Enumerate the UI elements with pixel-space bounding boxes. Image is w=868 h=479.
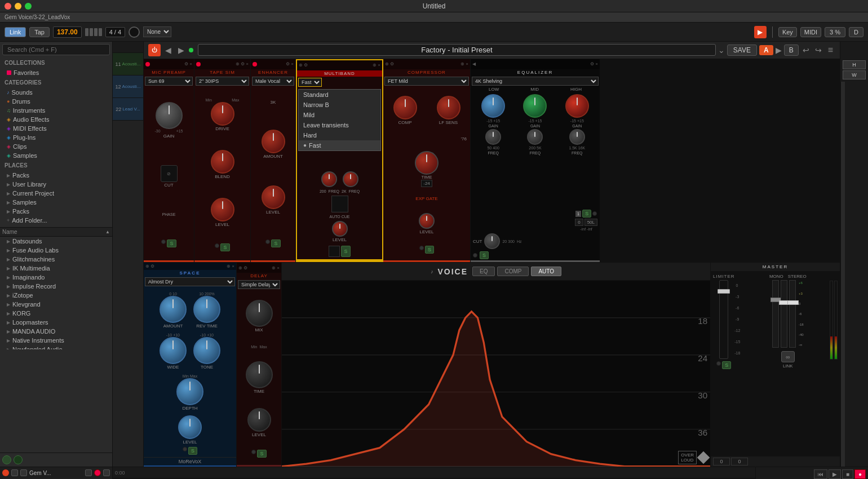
master-led[interactable]	[716, 361, 721, 366]
time-signature[interactable]: 4 / 4	[105, 27, 125, 37]
delay-time-knob[interactable]: TIME	[246, 361, 273, 394]
voice-tab-comp[interactable]: COMP	[497, 267, 529, 276]
space-wide-knob[interactable]: -10 +10 WIDE	[160, 333, 187, 370]
vendor-native[interactable]: ▶Native Instruments	[0, 336, 112, 345]
rack-undo-button[interactable]: ↩	[801, 46, 811, 55]
comp-s-btn[interactable]: S	[425, 246, 434, 254]
enhancer-led[interactable]	[265, 239, 270, 244]
sidebar-item-favorites[interactable]: Favorites	[0, 68, 112, 77]
sidebar-item-packs2[interactable]: ▶ Packs	[0, 207, 112, 216]
space-close1[interactable]: ⊕	[227, 264, 231, 269]
space-icon1[interactable]: ⊕	[145, 264, 149, 269]
multiband-preset[interactable]: Fast	[298, 78, 322, 87]
comp-close1[interactable]: ⊕	[460, 61, 464, 66]
vendor-klevgrand[interactable]: ▶Klevgrand	[0, 300, 112, 309]
sidebar-question-icon[interactable]	[14, 455, 23, 464]
rack-redo-button[interactable]: ↪	[813, 46, 823, 55]
multiband-option-narrow[interactable]: Narrow B	[299, 100, 380, 110]
voice-tab-eq[interactable]: EQ	[472, 267, 495, 276]
comp-comp-knob[interactable]: COMP	[393, 96, 417, 125]
multiband-s-btn[interactable]: S	[341, 246, 350, 257]
rack-a-button[interactable]: A	[759, 45, 773, 55]
delay-level-knob[interactable]: LEVEL	[247, 408, 271, 437]
none-dropdown[interactable]: None	[143, 26, 171, 37]
enhancer-s-btn[interactable]: S	[271, 239, 280, 247]
delay-settings[interactable]: ⚙	[243, 265, 247, 270]
vendor-manda[interactable]: ▶MANDA AUDIO	[0, 327, 112, 336]
vendor-fuse[interactable]: ▶Fuse Audio Labs	[0, 246, 112, 255]
vendor-datsounds[interactable]: ▶Datsounds	[0, 237, 112, 246]
mic-preamp-s-btn[interactable]: S	[167, 239, 176, 247]
delay-close2[interactable]: ×	[277, 265, 280, 270]
rack-right-arrow[interactable]: ▶	[776, 46, 782, 55]
delay-mix-knob[interactable]: MIX	[246, 300, 273, 332]
space-close2[interactable]: ×	[232, 264, 234, 269]
sidebar-item-clips[interactable]: ◈ Clips	[0, 142, 112, 151]
master-val-left[interactable]: 0	[713, 458, 730, 465]
mic-preamp-cut-knob[interactable]: ⊘ CUT	[161, 165, 178, 188]
eq-mid-freq-knob[interactable]	[527, 129, 543, 145]
enhancer-preset[interactable]: Male Vocal	[252, 77, 294, 86]
eq-high-freq-knob[interactable]	[569, 129, 585, 145]
scroll-up[interactable]: ▲	[105, 229, 110, 234]
vendor-glitch[interactable]: ▶Glitchmachines	[0, 255, 112, 264]
vendor-korg[interactable]: ▶KORG	[0, 309, 112, 318]
sidebar-item-samples[interactable]: ◈ Samples	[0, 151, 112, 160]
master-link-icon[interactable]: ∞	[781, 351, 795, 362]
channel-power-led[interactable]	[2, 469, 9, 476]
eq-cut-knob[interactable]	[484, 233, 500, 249]
rack-next[interactable]: ▶	[176, 46, 187, 55]
master-val-right[interactable]: 0	[731, 458, 748, 465]
tape-sim-blend-knob[interactable]: BLEND	[211, 150, 234, 179]
resize-handle[interactable]	[840, 82, 845, 467]
space-s-btn[interactable]: S	[188, 447, 197, 455]
rack-preset-name[interactable]: Factory - Initial Preset	[198, 44, 716, 56]
master-s-btn[interactable]: S	[722, 361, 731, 369]
multiband-freq2-knob[interactable]	[343, 171, 358, 187]
comp-lfsens-knob[interactable]: LF SENS	[437, 96, 460, 125]
mic-preamp-close[interactable]: ×	[189, 61, 192, 66]
multiband-option-mild[interactable]: Mild	[299, 110, 380, 120]
midi-button[interactable]: MIDI	[800, 27, 821, 37]
vendor-impulse[interactable]: ▶Impulse Record	[0, 282, 112, 291]
sidebar-item-add-folder[interactable]: + Add Folder...	[0, 216, 112, 225]
space-revtime-k[interactable]	[193, 296, 220, 323]
multiband-level-knob[interactable]: LEVEL	[332, 221, 348, 242]
fader-track-3[interactable]	[789, 280, 796, 348]
space-amount-knob[interactable]: 0 10 AMOUNT	[160, 292, 187, 329]
voice-tab-auto[interactable]: AUTO	[531, 267, 561, 276]
comp-time-knob[interactable]	[415, 151, 439, 175]
enhancer-power[interactable]	[253, 62, 257, 66]
multiband-freq1-knob[interactable]	[321, 171, 337, 187]
eq-preset[interactable]: 4K Shelving	[472, 77, 599, 86]
vendor-newfangled[interactable]: ▶Newfangled Audio	[0, 345, 112, 349]
sidebar-item-samples-place[interactable]: ▶ Samples	[0, 198, 112, 207]
w-button[interactable]: W	[843, 70, 866, 79]
tape-sim-preset[interactable]: 2" 30IPS	[196, 77, 249, 86]
space-preset[interactable]: Almost Dry	[145, 277, 235, 286]
tape-sim-led[interactable]	[215, 243, 219, 248]
eq-low-freq-knob[interactable]	[485, 129, 501, 145]
space-revtime-knob[interactable]: 10 200% REV TIME	[193, 292, 220, 329]
sidebar-item-sounds[interactable]: ♪ Sounds	[0, 88, 112, 97]
search-input[interactable]	[2, 44, 110, 55]
stop-button[interactable]: ■	[842, 469, 853, 479]
d-button[interactable]: D	[849, 27, 863, 37]
limiter-fader-track[interactable]: 0 -3 -6 -9 -12 -15 -18	[719, 280, 728, 359]
sidebar-item-audio-effects[interactable]: ◈ Audio Effects	[0, 115, 112, 124]
sidebar-item-instruments[interactable]: ♫ Instruments	[0, 106, 112, 115]
eq-settings[interactable]: ⚙	[590, 61, 594, 66]
space-level-knob[interactable]: LEVEL	[178, 415, 202, 445]
tape-sim-level-knob[interactable]: LEVEL	[211, 198, 234, 227]
minimize-button[interactable]	[15, 3, 21, 10]
window-buttons[interactable]	[5, 3, 32, 10]
multiband-option-fast[interactable]: ● Fast	[299, 140, 380, 150]
pct-button[interactable]: 3 %	[825, 27, 845, 37]
eq-low-gain-knob[interactable]	[481, 94, 505, 118]
tape-sim-power[interactable]	[196, 62, 201, 66]
space-led[interactable]	[183, 447, 187, 451]
eq-led[interactable]	[473, 253, 477, 258]
delay-s-btn[interactable]: S	[257, 450, 266, 458]
bpm-display[interactable]: 137.00	[53, 26, 82, 38]
rack-prev[interactable]: ◀	[163, 46, 174, 55]
